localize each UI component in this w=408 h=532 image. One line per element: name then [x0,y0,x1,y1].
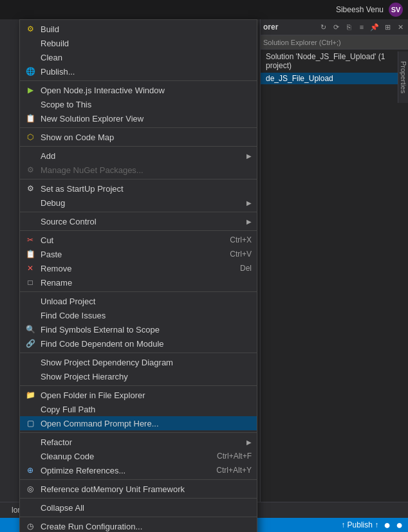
menu-item-scopeto[interactable]: Scope to This [20,97,257,111]
se-pin-icon[interactable]: 📌 [369,22,380,32]
opencmd-label: Open Command Prompt Here... [41,419,252,428]
menu-item-unloadproject[interactable]: Unload Project [20,294,257,308]
menu-item-nodejs[interactable]: ▶Open Node.js Interactive Window [20,83,257,97]
add-arrow: ▶ [246,152,252,160]
se-project-label: Solution 'Node_JS_File_Upload' (1 projec… [261,50,408,73]
showhierarchy-icon [24,371,37,381]
debug-arrow: ▶ [246,199,252,206]
menu-item-debug[interactable]: Debug▶ [20,196,257,210]
paste-label: Paste [41,250,214,259]
menu-item-findcodedependent[interactable]: 🔗Find Code Dependent on Module [20,336,257,351]
publish-button[interactable]: ↑ Publish ↑ [341,520,378,529]
cleanupcode-label: Cleanup Code [41,452,201,461]
sourcecontrol-icon [24,216,37,226]
menu-item-referencedotmemory[interactable]: ◎Reference dotMemory Unit Framework [20,482,257,496]
se-toolbar-icons: ↻ ⟳ ⎘ ≡ 📌 ⊞ ✕ [318,22,405,32]
add-label: Add [41,151,241,161]
cut-shortcut: Ctrl+X [230,235,252,244]
se-refresh-icon[interactable]: ⟳ [331,22,341,32]
menu-separator [20,179,257,179]
paste-shortcut: Ctrl+V [230,250,252,259]
avatar: SV [389,3,403,17]
menu-item-copyfullpath[interactable]: Copy Full Path [20,402,257,416]
cleanupcode-icon [24,451,37,461]
rebuild-label: Rebuild [41,39,252,48]
sourcecontrol-label: Source Control [41,217,241,226]
menu-item-cut[interactable]: ✂CutCtrl+X [20,233,257,247]
menu-item-add[interactable]: Add▶ [20,149,257,163]
menu-item-showdependency[interactable]: Show Project Dependency Diagram [20,355,257,369]
openfolder-label: Open Folder in File Explorer [41,390,252,400]
status-icon-1[interactable]: ● [384,518,391,532]
build-icon: ⚙ [24,24,37,34]
menu-item-build[interactable]: ⚙Build [20,22,257,36]
collapseall-icon [24,502,37,513]
optimizereferences-icon: ⊕ [24,465,37,475]
remove-icon: ✕ [24,263,37,273]
menu-separator [20,498,257,499]
menu-item-collapseall[interactable]: Collapse All [20,500,257,515]
menu-item-openfolder[interactable]: 📁Open Folder in File Explorer [20,388,257,402]
se-close-icon[interactable]: ✕ [395,22,405,32]
menu-item-findsymbols[interactable]: 🔍Find Symbols External to Scope [20,322,257,336]
menu-separator [20,127,257,128]
menu-item-remove[interactable]: ✕RemoveDel [20,261,257,275]
createrunconfig-icon: ◷ [24,521,37,531]
menu-item-opencmd[interactable]: ▢Open Command Prompt Here... [20,416,257,430]
publish-label: Publish... [41,67,252,77]
solution-explorer-panel: orer ↻ ⟳ ⎘ ≡ 📌 ⊞ ✕ Solution Explorer (Ct… [260,19,408,508]
menu-item-rebuild[interactable]: Rebuild [20,36,257,50]
menu-item-refactor[interactable]: Refactor▶ [20,435,257,449]
menu-item-setstartup[interactable]: ⚙Set as StartUp Project [20,181,257,196]
openfolder-icon: 📁 [24,390,37,400]
se-grid-icon[interactable]: ⊞ [382,22,393,32]
menu-item-findcodeissues[interactable]: Find Code Issues [20,308,257,322]
menu-item-paste[interactable]: 📋PasteCtrl+V [20,247,257,261]
rebuild-icon [24,38,37,48]
clean-icon [24,52,37,62]
remove-label: Remove [41,264,225,273]
optimizereferences-shortcut: Ctrl+Alt+Y [216,466,252,475]
menu-item-optimizereferences[interactable]: ⊕Optimize References...Ctrl+Alt+Y [20,463,257,477]
se-copy-icon[interactable]: ⎘ [344,22,354,32]
menu-separator [20,353,257,353]
menu-item-showmap[interactable]: ⬡Show on Code Map [20,130,257,144]
se-view-icon[interactable]: ≡ [357,22,367,32]
add-icon [24,151,37,161]
scopeto-label: Scope to This [41,100,252,109]
menu-item-showhierarchy[interactable]: Show Project Hierarchy [20,369,257,383]
paste-icon: 📋 [24,249,37,259]
se-search-bar[interactable]: Solution Explorer (Ctrl+;) [261,35,408,50]
se-sync-icon[interactable]: ↻ [318,22,328,32]
menu-item-publish[interactable]: 🌐Publish... [20,64,257,78]
menu-separator [20,479,257,480]
menu-item-newsolution[interactable]: 📋New Solution Explorer View [20,111,257,125]
remove-shortcut: Del [240,264,252,273]
refactor-arrow: ▶ [246,439,252,446]
menu-separator [20,432,257,433]
debug-icon [24,197,37,208]
properties-tab[interactable]: Properties [398,51,408,103]
cleanupcode-shortcut: Ctrl+Alt+F [217,452,252,461]
se-selected-item[interactable]: de_JS_File_Upload [261,73,408,84]
rename-label: Rename [41,278,252,288]
status-right: ↑ Publish ↑ ● ● [341,518,403,532]
user-name: Sibeesh Venu [336,5,384,14]
cut-icon: ✂ [24,235,37,245]
menu-item-rename[interactable]: □Rename [20,275,257,289]
menu-item-sourcecontrol[interactable]: Source Control▶ [20,214,257,228]
managenuget-icon: ⚙ [24,165,37,175]
publish-icon: 🌐 [24,66,37,77]
showhierarchy-label: Show Project Hierarchy [41,372,252,381]
menu-item-clean[interactable]: Clean [20,50,257,64]
menu-item-createrunconfig[interactable]: ◷Create Run Configuration... [20,519,257,532]
menu-item-cleanupcode[interactable]: Cleanup CodeCtrl+Alt+F [20,449,257,463]
menu-item-managenuget: ⚙Manage NuGet Packages... [20,163,257,177]
referencedotmemory-label: Reference dotMemory Unit Framework [41,484,252,494]
status-icon-2[interactable]: ● [396,518,403,532]
createrunconfig-label: Create Run Configuration... [41,522,252,531]
newsolution-icon: 📋 [24,113,37,124]
sourcecontrol-arrow: ▶ [246,218,252,225]
menu-separator [20,385,257,386]
se-title: orer [263,23,278,32]
